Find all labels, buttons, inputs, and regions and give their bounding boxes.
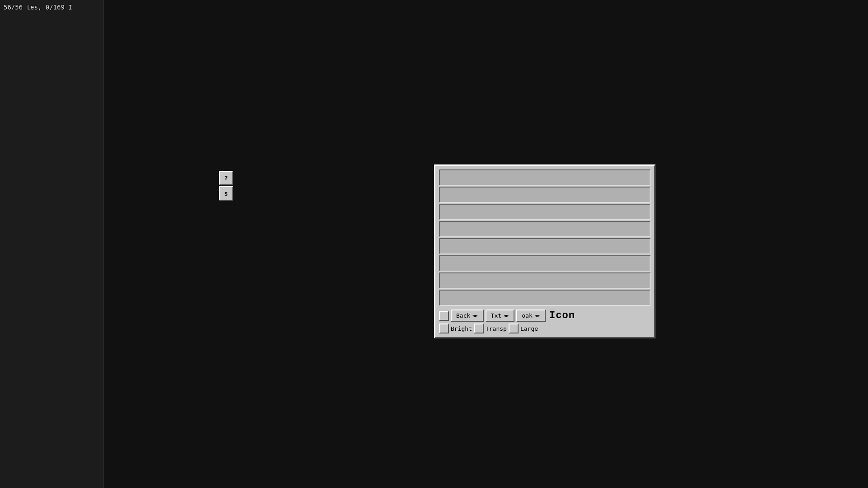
list-item[interactable] xyxy=(439,272,651,289)
checkbox-square[interactable] xyxy=(439,311,449,321)
txt-arrow-icon: ◄► xyxy=(503,313,509,319)
transp-checkbox-label[interactable]: Transp xyxy=(474,324,507,333)
controls-row2: Bright Transp Large xyxy=(439,324,651,333)
list-item[interactable] xyxy=(439,204,651,220)
list-item[interactable] xyxy=(439,238,651,254)
bright-checkbox-label[interactable]: Bright xyxy=(439,324,472,333)
list-item[interactable] xyxy=(439,255,651,272)
list-area xyxy=(439,169,651,306)
back-arrow-icon: ◄► xyxy=(472,313,478,319)
txt-button[interactable]: Txt ◄► xyxy=(486,310,515,322)
hud-text: 56/56 tes, 0/169 I xyxy=(4,4,72,11)
side-buttons: ? s xyxy=(219,171,233,201)
icon-label: Icon xyxy=(549,310,575,321)
large-checkbox[interactable] xyxy=(509,324,519,333)
list-item[interactable] xyxy=(439,187,651,203)
large-checkbox-label[interactable]: Large xyxy=(509,324,538,333)
back-button[interactable]: Back ◄► xyxy=(451,310,484,322)
list-item[interactable] xyxy=(439,221,651,237)
s-button[interactable]: s xyxy=(219,186,233,201)
controls-row1: Back ◄► Txt ◄► oak ◄► Icon xyxy=(439,310,651,322)
list-item[interactable] xyxy=(439,290,651,306)
oak-button[interactable]: oak ◄► xyxy=(516,310,546,322)
left-panel xyxy=(0,0,104,488)
large-label: Large xyxy=(520,325,538,332)
dialog-panel: Back ◄► Txt ◄► oak ◄► Icon Bright xyxy=(434,164,656,338)
bright-label: Bright xyxy=(451,325,472,332)
list-item[interactable] xyxy=(439,169,651,186)
transp-checkbox[interactable] xyxy=(474,324,484,333)
bright-checkbox[interactable] xyxy=(439,324,449,333)
oak-arrow-icon: ◄► xyxy=(534,313,540,319)
transp-label: Transp xyxy=(486,325,507,332)
help-button[interactable]: ? xyxy=(219,171,233,185)
